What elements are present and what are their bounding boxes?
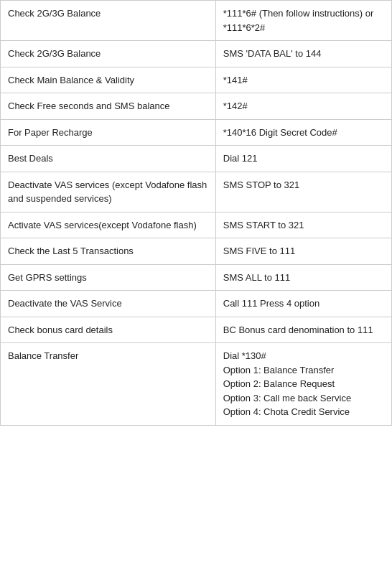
service-cell: Get GPRS settings <box>1 264 216 291</box>
code-cell: *141# <box>215 67 391 93</box>
table-row: For Paper Recharge*140*16 Digit Secret C… <box>1 119 392 146</box>
code-cell: BC Bonus card denomination to 111 <box>215 317 391 343</box>
table-row: Best DealsDial 121 <box>1 146 392 172</box>
table-row: Deactivate the VAS ServiceCall 111 Press… <box>1 291 392 317</box>
table-row: Check 2G/3G Balance*111*6# (Then follow … <box>1 1 392 41</box>
table-row: Check the Last 5 TransactionsSMS FIVE to… <box>1 238 392 265</box>
code-cell: SMS ALL to 111 <box>215 264 391 291</box>
table-row: Get GPRS settingsSMS ALL to 111 <box>1 264 392 291</box>
service-cell: Check Free seconds and SMS balance <box>1 93 216 120</box>
service-cell: Check bonus card details <box>1 317 216 343</box>
service-cell: Deactivate VAS services (except Vodafone… <box>1 172 216 212</box>
service-cell: Deactivate the VAS Service <box>1 291 216 317</box>
code-cell: Dial 121 <box>215 146 391 172</box>
table-row: Check 2G/3G BalanceSMS 'DATA BAL' to 144 <box>1 41 392 67</box>
service-cell: Activate VAS services(except Vodafone fl… <box>1 212 216 238</box>
service-cell: Balance Transfer <box>1 343 216 426</box>
service-cell: Check 2G/3G Balance <box>1 41 216 67</box>
ussd-codes-table: Check 2G/3G Balance*111*6# (Then follow … <box>0 0 392 426</box>
code-cell: Dial *130#Option 1: Balance TransferOpti… <box>215 343 391 426</box>
table-row: Check bonus card detailsBC Bonus card de… <box>1 317 392 343</box>
service-cell: Best Deals <box>1 146 216 172</box>
service-cell: Check Main Balance & Validity <box>1 67 216 93</box>
code-cell: *111*6# (Then follow instructions) or *1… <box>215 1 391 41</box>
service-cell: Check the Last 5 Transactions <box>1 238 216 265</box>
code-cell: SMS START to 321 <box>215 212 391 238</box>
table-row: Check Main Balance & Validity*141# <box>1 67 392 93</box>
service-cell: Check 2G/3G Balance <box>1 1 216 41</box>
table-row: Check Free seconds and SMS balance*142# <box>1 93 392 120</box>
table-row: Activate VAS services(except Vodafone fl… <box>1 212 392 238</box>
code-cell: Call 111 Press 4 option <box>215 291 391 317</box>
service-cell: For Paper Recharge <box>1 119 216 146</box>
code-cell: *142# <box>215 93 391 120</box>
table-row: Balance TransferDial *130#Option 1: Bala… <box>1 343 392 426</box>
code-cell: *140*16 Digit Secret Code# <box>215 119 391 146</box>
table-row: Deactivate VAS services (except Vodafone… <box>1 172 392 212</box>
code-cell: SMS 'DATA BAL' to 144 <box>215 41 391 67</box>
code-cell: SMS STOP to 321 <box>215 172 391 212</box>
code-cell: SMS FIVE to 111 <box>215 238 391 265</box>
